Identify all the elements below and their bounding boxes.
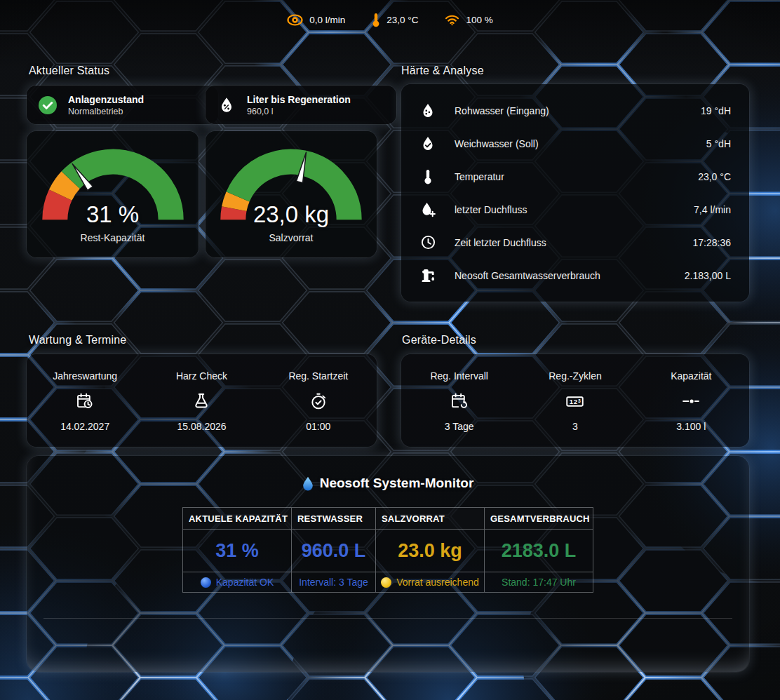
row-label: Weichwasser (Soll) — [455, 138, 706, 149]
glance-value: 01:00 — [306, 421, 330, 432]
thermometer-icon — [372, 13, 380, 27]
row-label: Temperatur — [455, 171, 698, 182]
svg-text:3: 3 — [578, 398, 581, 403]
section-title-device: Geräte-Details — [402, 334, 476, 346]
monitor-status-text: Stand: 17:47 Uhr — [502, 577, 576, 588]
device-panel: Reg. Intervall 3 Tage 1 2 — [401, 354, 749, 447]
water-check-icon — [419, 135, 436, 152]
analysis-panel: Rohwasser (Eingang) 19 °dH Weichwasser (… — [401, 84, 749, 302]
section-title-maintenance: Wartung & Termine — [29, 334, 126, 346]
wifi-value: 100 % — [466, 15, 492, 25]
row-value: 19 °dH — [701, 105, 731, 116]
wifi-icon — [445, 15, 459, 26]
analysis-row-zeit-durchfluss[interactable]: Zeit letzter Duchfluss 17:28:36 — [419, 227, 731, 258]
glance-label: Reg. Startzeit — [288, 370, 348, 382]
monitor-status-cell: Intervall: 3 Tage — [292, 572, 376, 593]
svg-text:2: 2 — [574, 398, 577, 405]
row-value: 5 °dH — [706, 138, 731, 149]
gauge-label: Salzvorrat — [206, 232, 377, 243]
monitor-value-cell: 2183.0 L — [485, 530, 593, 572]
water-plus-icon — [419, 201, 436, 218]
gauge-label: Rest-Kapazität — [27, 232, 199, 243]
chip-title: Anlagenzustand — [68, 93, 144, 106]
row-label: Zeit letzter Duchfluss — [455, 237, 693, 248]
row-value: 2.183,00 L — [685, 270, 731, 281]
monitor-header-cell: GESAMTVERBRAUCH — [485, 508, 593, 530]
flow-badge[interactable]: 0,0 l/min — [287, 14, 345, 26]
glance-label: Harz Check — [176, 370, 227, 382]
analysis-row-temperatur[interactable]: Temperatur 23,0 °C — [419, 161, 731, 192]
monitor-status-cell: Vorrat ausreichend — [376, 572, 485, 593]
row-value: 17:28:36 — [693, 237, 732, 248]
flask-icon — [191, 391, 211, 411]
flow-value: 0,0 l/min — [309, 15, 345, 25]
monitor-status-cell: Stand: 17:47 Uhr — [485, 572, 593, 593]
row-label: Neosoft Gesamtwasserverbrauch — [455, 270, 685, 281]
counter-icon: 1 2 3 — [565, 391, 585, 411]
monitor-header-cell: RESTWASSER — [292, 508, 376, 530]
maintenance-panel: Jahreswartung 14.02.2027 Harz Check — [27, 354, 377, 447]
glance-label: Jahreswartung — [53, 370, 117, 382]
temperature-value: 23,0 °C — [386, 15, 418, 25]
chip-anlagenzustand[interactable]: Anlagenzustand Normalbetrieb — [27, 86, 218, 124]
glance-value: 3 Tage — [445, 421, 474, 432]
analysis-row-weichwasser[interactable]: Weichwasser (Soll) 5 °dH — [419, 128, 731, 159]
check-circle-icon — [36, 94, 59, 116]
glance-reg-intervall[interactable]: Reg. Intervall 3 Tage — [401, 354, 517, 447]
glance-jahreswartung[interactable]: Jahreswartung 14.02.2027 — [27, 354, 143, 447]
clock-icon — [419, 234, 436, 251]
glance-kapazitaet[interactable]: Kapazität 3.100 l — [633, 354, 749, 447]
monitor-value-cell: 960.0 L — [292, 530, 376, 572]
water-pump-icon — [419, 267, 436, 284]
calendar-clock-icon — [75, 391, 95, 411]
monitor-table: AKTUELE KAPAZITÄT RESTWASSER SALZVORRAT … — [182, 507, 593, 593]
glance-value: 3.100 l — [676, 421, 706, 432]
glance-reg-zyklen[interactable]: 1 2 3 Reg.-Zyklen 3 — [517, 354, 633, 447]
analysis-row-gesamtverbrauch[interactable]: Neosoft Gesamtwasserverbrauch 2.183,00 L — [419, 260, 731, 291]
water-percent-icon — [215, 94, 238, 116]
temperature-badge[interactable]: 23,0 °C — [372, 13, 418, 27]
glance-value: 15.08.2026 — [177, 421, 226, 432]
row-value: 23,0 °C — [698, 171, 731, 182]
blue-circle-icon — [201, 577, 211, 588]
glance-value: 3 — [572, 421, 578, 432]
thermometer-icon — [419, 168, 436, 185]
row-value: 7,4 l/min — [694, 204, 731, 215]
glance-label: Reg.-Zyklen — [549, 370, 601, 382]
wifi-badge[interactable]: 100 % — [445, 15, 492, 26]
gauge-value: 31 % — [27, 201, 199, 228]
monitor-status-text: Kapazität OK — [216, 577, 274, 588]
glance-label: Kapazität — [671, 370, 711, 382]
gauge-value: 23,0 kg — [206, 201, 377, 228]
monitor-title: Neosoft System-Monitor — [320, 476, 474, 491]
monitor-header-cell: SALZVORRAT — [376, 508, 485, 530]
gauge-card-salzvorrat[interactable]: 23,0 kg Salzvorrat — [206, 131, 377, 257]
row-label: Rohwasser (Eingang) — [455, 105, 701, 116]
yellow-circle-icon — [381, 577, 391, 588]
slider-icon — [681, 391, 701, 411]
analysis-row-rohwasser[interactable]: Rohwasser (Eingang) 19 °dH — [419, 95, 731, 126]
monitor-divider — [43, 618, 732, 619]
row-label: letzter Duchfluss — [455, 204, 694, 215]
monitor-header-cell: AKTUELE KAPAZITÄT — [183, 508, 292, 530]
system-monitor-panel: Neosoft System-Monitor AKTUELE KAPAZITÄT… — [27, 456, 749, 672]
top-status-bar: 0,0 l/min 23,0 °C 100 % — [0, 13, 780, 27]
section-title-analysis: Härte & Analyse — [401, 65, 484, 77]
glance-label: Reg. Intervall — [430, 370, 488, 382]
glance-harz-check[interactable]: Harz Check 15.08.2026 — [143, 354, 260, 447]
water-opacity-icon — [419, 102, 436, 119]
chip-subtitle: Normalbetrieb — [68, 106, 144, 117]
monitor-value-cell: 31 % — [183, 530, 292, 572]
glance-value: 14.02.2027 — [60, 421, 109, 432]
water-drop-icon — [302, 476, 314, 491]
eye-icon — [287, 14, 303, 26]
monitor-status-text: Intervall: 3 Tage — [299, 577, 368, 588]
gauge-card-rest-kapazitaet[interactable]: 31 % Rest-Kapazität — [27, 131, 199, 257]
analysis-row-durchfluss[interactable]: letzter Duchfluss 7,4 l/min — [419, 194, 731, 225]
monitor-status-cell: Kapazität OK — [183, 572, 292, 593]
section-title-status: Aktueller Status — [29, 65, 109, 77]
monitor-value-cell: 23.0 kg — [376, 530, 485, 572]
glance-reg-startzeit[interactable]: Reg. Startzeit 01:00 — [260, 354, 377, 447]
chip-liter-bis-regeneration[interactable]: Liter bis Regeneration 960,0 l — [206, 86, 396, 124]
chip-title: Liter bis Regeneration — [247, 93, 351, 106]
